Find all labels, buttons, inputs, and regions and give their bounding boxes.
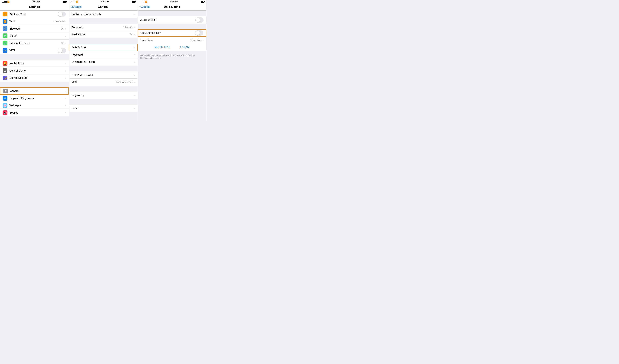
section-24hour: 24-Hour Time xyxy=(138,16,206,24)
row-display[interactable]: AA Display & Brightness › xyxy=(0,95,69,102)
itunes-chevron: › xyxy=(134,74,135,76)
row-bluetooth[interactable]: ᛒ Bluetooth On › xyxy=(0,25,69,32)
notifications-chevron: › xyxy=(65,62,66,65)
notifications-icon: 🔔 xyxy=(3,61,7,66)
keyboard-label: Keyboard xyxy=(71,53,134,56)
row-vpn-general[interactable]: VPN Not Connected › xyxy=(69,79,137,86)
section-auto: Set Automatically Time Zone New York › xyxy=(138,29,206,44)
24hour-toggle[interactable] xyxy=(195,17,204,23)
section-sync: iTunes Wi-Fi Sync › VPN Not Connected › xyxy=(69,71,137,86)
airplane-icon: ✈ xyxy=(3,12,7,16)
general-content[interactable]: Background App Refresh › Auto-Lock 1 Min… xyxy=(69,11,137,121)
cellular-chevron: › xyxy=(65,35,66,37)
timezone-value: New York xyxy=(191,39,202,42)
row-wallpaper[interactable]: 🌸 Wallpaper › xyxy=(0,102,69,109)
general-sep-6 xyxy=(69,112,137,118)
autolock-chevron: › xyxy=(134,26,135,28)
date-value[interactable]: Mar 26, 2016 xyxy=(154,46,170,49)
status-right-3 xyxy=(201,1,204,3)
datetime-display[interactable]: Mar 26, 2016 1:31 AM xyxy=(138,44,206,51)
row-general[interactable]: ⚙ General › xyxy=(0,87,69,95)
airplane-toggle[interactable] xyxy=(57,12,66,17)
row-notifications[interactable]: 🔔 Notifications › xyxy=(0,60,69,67)
back-label-general: General xyxy=(141,5,150,8)
section-system: 🔔 Notifications › ⊞ Control Center › 🌙 D… xyxy=(0,60,69,82)
display-chevron: › xyxy=(65,97,66,99)
row-reset[interactable]: Reset › xyxy=(69,105,137,112)
row-datetime[interactable]: Date & Time › xyxy=(69,44,137,51)
section-lock: Auto-Lock 1 Minute › Restrictions Off › xyxy=(69,24,137,38)
row-timezone[interactable]: Time Zone New York › xyxy=(138,37,206,44)
row-controlcenter[interactable]: ⊞ Control Center › xyxy=(0,67,69,74)
row-vpn[interactable]: VPN VPN xyxy=(0,47,69,54)
wifi-status-icon: 📶 xyxy=(7,1,10,3)
separator-2 xyxy=(0,82,69,87)
row-keyboard[interactable]: Keyboard › xyxy=(69,51,137,58)
autolock-value: 1 Minute xyxy=(123,26,133,29)
status-time-2: 9:41 AM xyxy=(101,0,109,3)
vpn-general-chevron: › xyxy=(134,81,135,84)
general-sep-3 xyxy=(69,66,137,71)
reset-chevron: › xyxy=(134,107,135,110)
row-regulatory[interactable]: Regulatory › xyxy=(69,92,137,99)
sounds-icon: 🔊 xyxy=(3,111,7,115)
controlcenter-label: Control Center xyxy=(9,69,65,72)
section-connectivity: ✈ Airplane Mode 📶 Wi-Fi Interwebz › ᛒ Bl… xyxy=(0,11,69,54)
datetime-panel: 📶 9:41 AM ‹ General Date & Time 24-Hour … xyxy=(138,0,206,121)
nav-bar-datetime: ‹ General Date & Time xyxy=(138,3,206,11)
vpn-toggle[interactable] xyxy=(57,48,66,53)
reset-label: Reset xyxy=(71,107,134,110)
notifications-label: Notifications xyxy=(9,62,65,65)
general-label: General xyxy=(10,89,65,93)
battery-icon-2 xyxy=(132,1,136,3)
time-value[interactable]: 1:31 AM xyxy=(180,46,190,49)
row-bg-refresh[interactable]: Background App Refresh › xyxy=(69,11,137,18)
autolock-label: Auto-Lock xyxy=(71,26,123,29)
timezone-chevron: › xyxy=(203,39,204,42)
section-preferences: ⚙ General › AA Display & Brightness › 🌸 … xyxy=(0,87,69,116)
settings-panel: 📶 9:41 AM Settings ✈ Airplane Mode 📶 Wi-… xyxy=(0,0,69,121)
restrictions-value: Off xyxy=(130,33,133,36)
battery-icon-3 xyxy=(201,1,204,3)
controlcenter-chevron: › xyxy=(65,70,66,72)
row-itunes[interactable]: iTunes Wi-Fi Sync › xyxy=(69,71,137,79)
display-label: Display & Brightness xyxy=(9,97,65,100)
general-sep-1 xyxy=(69,18,137,24)
row-sounds[interactable]: 🔊 Sounds › xyxy=(0,109,69,116)
row-wifi[interactable]: 📶 Wi-Fi Interwebz › xyxy=(0,18,69,25)
back-button-settings[interactable]: ‹ Settings xyxy=(70,5,82,9)
status-right-1 xyxy=(63,1,67,3)
cellular-icon: 📡 xyxy=(3,33,7,38)
row-language[interactable]: Language & Region › xyxy=(69,58,137,66)
row-hotspot[interactable]: 🔗 Personal Hotspot Off › xyxy=(0,40,69,47)
status-right-2 xyxy=(132,1,136,3)
row-restrictions[interactable]: Restrictions Off › xyxy=(69,31,137,38)
battery-icon-1 xyxy=(63,1,67,3)
bg-refresh-chevron: › xyxy=(134,13,135,15)
back-chevron-settings: ‹ xyxy=(70,5,71,9)
datetime-label: Date & Time xyxy=(72,46,134,49)
datetime-content[interactable]: 24-Hour Time Set Automatically Time Zone… xyxy=(138,11,206,121)
general-chevron: › xyxy=(65,90,66,92)
status-left-2: 📶 xyxy=(71,1,78,3)
donotdisturb-chevron: › xyxy=(65,77,66,79)
datetime-info-text: Automatic time zone accuracy is improved… xyxy=(138,51,206,61)
row-setauto[interactable]: Set Automatically xyxy=(138,29,206,37)
bg-refresh-label: Background App Refresh xyxy=(71,13,134,16)
section-regulatory: Regulatory › xyxy=(69,92,137,99)
back-button-general[interactable]: ‹ General xyxy=(139,5,150,9)
row-donotdisturb[interactable]: 🌙 Do Not Disturb › xyxy=(0,74,69,82)
vpn-icon: VPN xyxy=(3,48,7,53)
row-autolock[interactable]: Auto-Lock 1 Minute › xyxy=(69,24,137,31)
setauto-toggle[interactable] xyxy=(195,30,203,36)
row-cellular[interactable]: 📡 Cellular › xyxy=(0,32,69,40)
signal-icon-2 xyxy=(71,1,75,3)
status-left-1: 📶 xyxy=(2,1,10,3)
display-icon: AA xyxy=(3,96,7,100)
hotspot-chevron: › xyxy=(65,42,66,44)
settings-content[interactable]: ✈ Airplane Mode 📶 Wi-Fi Interwebz › ᛒ Bl… xyxy=(0,11,69,121)
wallpaper-chevron: › xyxy=(65,104,66,107)
row-24hour[interactable]: 24-Hour Time xyxy=(138,16,206,24)
nav-title-settings: Settings xyxy=(29,5,40,9)
row-airplane[interactable]: ✈ Airplane Mode xyxy=(0,11,69,18)
